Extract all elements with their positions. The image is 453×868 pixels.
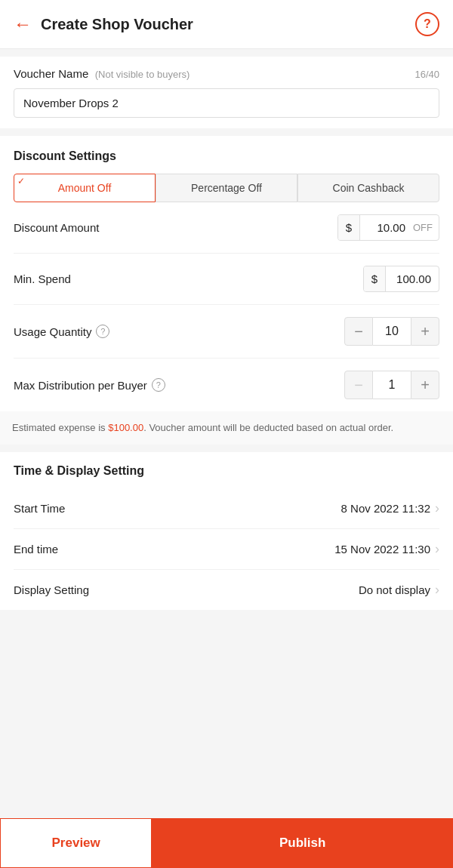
start-time-value: 8 Nov 2022 11:32 › bbox=[341, 500, 439, 516]
display-setting-chevron-icon: › bbox=[435, 582, 439, 598]
time-settings-title: Time & Display Setting bbox=[14, 464, 439, 478]
min-spend-value: 100.00 bbox=[386, 266, 439, 291]
tab-percentage-off[interactable]: Percentage Off bbox=[156, 174, 297, 202]
end-time-label: End time bbox=[14, 543, 58, 556]
discount-amount-label: Discount Amount bbox=[14, 221, 99, 234]
voucher-name-label: Voucher Name (Not visible to buyers) bbox=[14, 67, 190, 81]
publish-button[interactable]: Publish bbox=[152, 818, 453, 868]
discount-value: 10.00 bbox=[360, 215, 413, 240]
end-time-row[interactable]: End time 15 Nov 2022 11:30 › bbox=[14, 529, 439, 570]
min-spend-label: Min. Spend bbox=[14, 272, 71, 285]
start-time-row[interactable]: Start Time 8 Nov 2022 11:32 › bbox=[14, 488, 439, 529]
discount-amount-input[interactable]: $ 10.00 OFF bbox=[337, 214, 439, 241]
usage-quantity-label: Usage Quantity ? bbox=[14, 325, 109, 338]
max-distribution-value: 1 bbox=[373, 371, 411, 399]
discount-suffix: OFF bbox=[413, 216, 439, 239]
end-time-value: 15 Nov 2022 11:30 › bbox=[334, 541, 439, 557]
voucher-name-section: Voucher Name (Not visible to buyers) 16/… bbox=[0, 57, 453, 128]
tab-coin-cashback[interactable]: Coin Cashback bbox=[297, 174, 439, 202]
voucher-name-count: 16/40 bbox=[414, 69, 439, 80]
end-time-chevron-icon: › bbox=[435, 541, 439, 557]
max-distribution-help-icon[interactable]: ? bbox=[152, 378, 165, 392]
max-distribution-stepper: − 1 + bbox=[344, 371, 439, 399]
min-spend-currency: $ bbox=[364, 266, 386, 291]
min-spend-input[interactable]: $ 100.00 bbox=[363, 266, 439, 292]
start-time-chevron-icon: › bbox=[435, 500, 439, 516]
header: ← Create Shop Voucher ? bbox=[0, 0, 453, 49]
time-section: Time & Display Setting Start Time 8 Nov … bbox=[0, 452, 453, 610]
display-setting-row[interactable]: Display Setting Do not display › bbox=[14, 570, 439, 610]
max-distribution-increment[interactable]: + bbox=[411, 371, 439, 399]
max-distribution-row: Max Distribution per Buyer ? − 1 + bbox=[14, 359, 439, 411]
page-title: Create Shop Voucher bbox=[41, 16, 415, 33]
bottom-buttons: Preview Publish bbox=[0, 818, 453, 868]
discount-currency: $ bbox=[338, 215, 360, 240]
expense-note: Estimated expense is $100.00. Voucher am… bbox=[0, 411, 453, 445]
help-button[interactable]: ? bbox=[415, 12, 439, 36]
max-distribution-label: Max Distribution per Buyer ? bbox=[14, 378, 165, 392]
usage-quantity-decrement[interactable]: − bbox=[344, 317, 373, 346]
tab-amount-off[interactable]: Amount Off bbox=[14, 174, 156, 202]
usage-quantity-row: Usage Quantity ? − 10 + bbox=[14, 305, 439, 359]
back-button[interactable]: ← bbox=[14, 15, 32, 33]
usage-quantity-value: 10 bbox=[373, 317, 411, 346]
voucher-name-input[interactable] bbox=[14, 88, 439, 118]
max-distribution-decrement[interactable]: − bbox=[344, 371, 373, 399]
discount-type-tabs: Amount Off Percentage Off Coin Cashback bbox=[14, 174, 439, 202]
discount-settings-title: Discount Settings bbox=[14, 149, 439, 163]
usage-quantity-help-icon[interactable]: ? bbox=[96, 325, 109, 338]
display-setting-label: Display Setting bbox=[14, 583, 89, 596]
discount-settings-section: Discount Settings Amount Off Percentage … bbox=[0, 136, 453, 411]
usage-quantity-increment[interactable]: + bbox=[411, 317, 439, 346]
usage-quantity-stepper: − 10 + bbox=[344, 317, 439, 346]
discount-amount-row: Discount Amount $ 10.00 OFF bbox=[14, 202, 439, 254]
expense-amount: $100.00 bbox=[108, 422, 143, 433]
preview-button[interactable]: Preview bbox=[0, 818, 152, 868]
display-setting-value: Do not display › bbox=[359, 582, 439, 598]
voucher-name-label-row: Voucher Name (Not visible to buyers) 16/… bbox=[14, 67, 439, 81]
start-time-label: Start Time bbox=[14, 502, 65, 515]
min-spend-row: Min. Spend $ 100.00 bbox=[14, 254, 439, 305]
